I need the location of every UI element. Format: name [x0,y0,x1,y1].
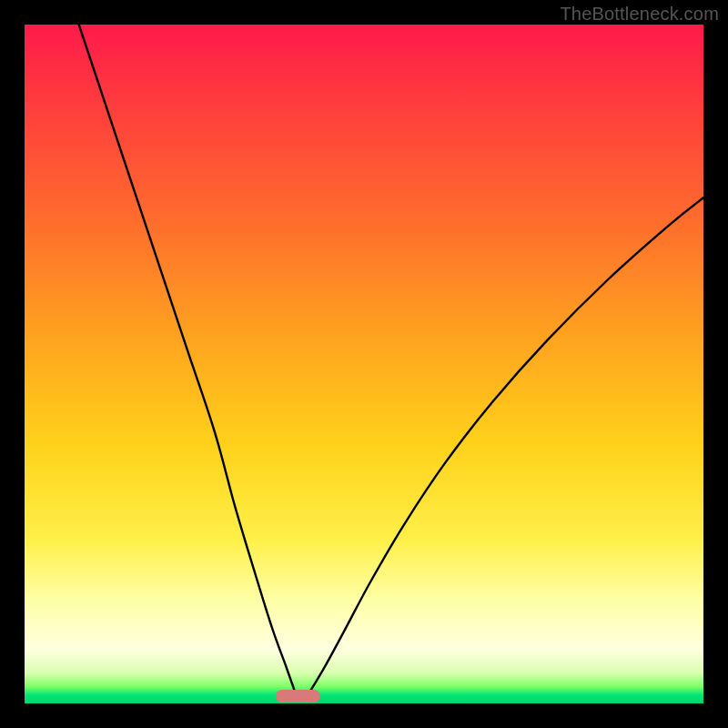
plot-area [25,25,703,703]
chart-frame: TheBottleneck.com [0,0,728,728]
curve-layer [25,25,703,703]
curve-right [303,197,703,701]
min-marker [276,690,320,703]
watermark-text: TheBottleneck.com [560,4,719,25]
curve-left [79,25,298,701]
